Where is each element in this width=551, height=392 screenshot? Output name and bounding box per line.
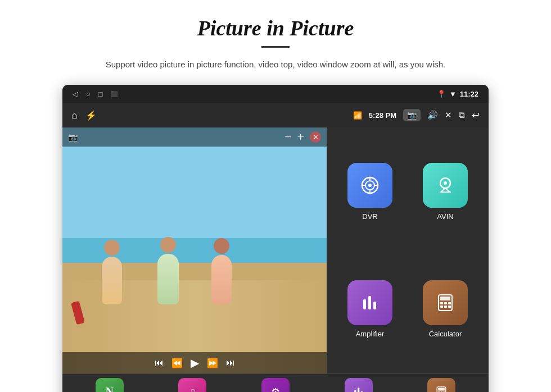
wheelkey-app-icon: ⚙ [261,378,290,393]
person-1 [96,240,127,304]
toolbar-time: 5:28 PM [369,111,396,120]
calculator-label: Calculator [429,330,462,338]
svg-rect-21 [444,306,447,308]
svg-rect-17 [440,302,443,304]
svg-line-10 [445,188,450,192]
svg-rect-22 [448,306,451,308]
main-content: 📷 − + ✕ ⏮ ⏪ ▶ ⏩ ⏭ [62,127,489,373]
toolbar-left: ⌂ ⚡ [71,110,97,121]
page-title: Picture in Picture [197,16,354,40]
calculator-icon [423,280,468,325]
pip-play-button[interactable]: ▶ [191,356,199,370]
svg-line-9 [441,188,445,192]
device-frame: ◁ ○ □ ⬛ 📍 ▼ 11:22 ⌂ ⚡ 📶 5:28 PM 📷 🔊 [62,85,489,392]
pip-icon[interactable]: ⧉ [459,110,465,120]
svg-rect-16 [440,297,450,300]
pip-expand-button[interactable]: + [297,130,304,144]
wifi-status-icon: 📶 [353,111,362,120]
pip-shrink-button[interactable]: − [284,130,291,144]
camera-button[interactable]: 📷 [403,109,421,121]
home-icon[interactable]: ⌂ [71,110,78,121]
amplifier-icon [347,280,392,325]
svg-rect-18 [444,302,447,304]
person-3 [206,238,237,304]
app-grid: DVR AVIN [327,127,489,373]
dvr-icon [347,163,392,208]
back-nav-icon[interactable]: ◁ [73,90,78,98]
status-time: 11:22 [460,90,478,98]
page-subtitle: Support video picture in picture functio… [106,58,445,71]
siriusxm-app-icon: ♫ [178,378,206,393]
amplifier-bottom-icon [345,378,373,393]
svg-rect-19 [448,302,451,304]
netflix-app-icon: N [96,378,124,393]
bottom-app-amplifier[interactable]: Amplifier [336,378,381,393]
volume-icon[interactable]: 🔊 [427,110,438,120]
toolbar-right: 📶 5:28 PM 📷 🔊 ✕ ⧉ ↩ [353,109,480,121]
location-icon: 📍 [437,90,446,98]
svg-rect-20 [440,306,443,308]
pip-next-button[interactable]: ⏭ [226,358,235,368]
usb-icon: ⚡ [85,110,97,121]
menu-nav-icon[interactable]: ⬛ [111,91,118,97]
svg-rect-12 [363,299,366,309]
dvr-svg [359,174,381,197]
pip-close-button[interactable]: ✕ [310,131,321,143]
status-bar-right: 📍 ▼ 11:22 [437,90,478,98]
pip-prev-button[interactable]: ⏮ [155,358,164,368]
bottom-app-calculator[interactable]: Calculator [419,378,464,393]
pip-controls-top: − + ✕ [284,130,321,144]
dvr-label: DVR [362,212,377,221]
pip-control-bar: ⏮ ⏪ ▶ ⏩ ⏭ [62,352,327,373]
svg-rect-13 [368,296,371,309]
amplifier-label: Amplifier [356,330,385,338]
video-scene [62,127,327,373]
status-bar-left: ◁ ○ □ ⬛ [73,90,118,98]
recents-nav-icon[interactable]: □ [98,90,103,98]
avin-label: AVIN [437,212,453,221]
app-item-amplifier[interactable]: Amplifier [332,250,408,368]
wifi-icon: ▼ [449,90,457,98]
video-pip-frame: 📷 − + ✕ ⏮ ⏪ ▶ ⏩ ⏭ [62,127,327,373]
toolbar: ⌂ ⚡ 📶 5:28 PM 📷 🔊 ✕ ⧉ ↩ [62,103,489,127]
pip-camera-icon: 📷 [68,133,78,142]
bottom-app-wheelkey[interactable]: ⚙ Wheelkey Study [253,378,298,393]
svg-rect-23 [354,390,356,392]
pip-forward-button[interactable]: ⏩ [207,358,218,368]
svg-rect-14 [373,302,376,309]
amplifier-svg [359,291,381,314]
calculator-svg [434,291,457,314]
pip-top-bar: 📷 − + ✕ [62,127,327,147]
avin-svg [434,174,457,197]
svg-rect-27 [438,388,445,390]
person-2 [152,237,183,304]
page-container: Picture in Picture Support video picture… [0,0,551,392]
title-divider [261,46,290,48]
app-item-dvr[interactable]: DVR [332,133,408,250]
bottom-app-siriusxm[interactable]: ♫ SiriusXM [170,378,215,393]
pip-rewind-button[interactable]: ⏪ [171,358,183,368]
svg-point-2 [368,184,372,187]
back-icon[interactable]: ↩ [472,110,480,121]
calculator-bottom-icon [427,378,455,393]
video-pip-section: 📷 − + ✕ ⏮ ⏪ ▶ ⏩ ⏭ [62,127,327,373]
svg-point-8 [444,181,447,185]
close-icon[interactable]: ✕ [445,110,452,120]
svg-rect-24 [358,388,359,392]
bottom-apps: N Netflix ♫ SiriusXM ⚙ Wheelkey Study [62,373,489,392]
app-item-calculator[interactable]: Calculator [408,250,483,368]
avin-icon [423,163,468,208]
bottom-app-netflix[interactable]: N Netflix [87,378,132,393]
app-item-avin[interactable]: AVIN [408,133,483,250]
status-bar: ◁ ○ □ ⬛ 📍 ▼ 11:22 [62,85,489,103]
home-nav-icon[interactable]: ○ [86,90,91,98]
